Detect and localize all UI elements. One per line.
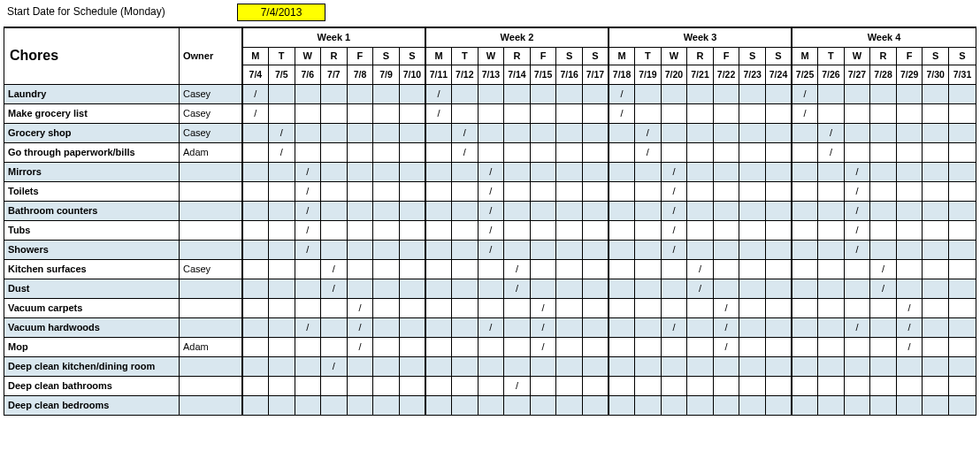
schedule-cell[interactable]: / <box>818 123 845 142</box>
schedule-cell[interactable] <box>792 201 818 220</box>
schedule-cell[interactable] <box>687 356 714 376</box>
schedule-cell[interactable] <box>870 103 897 123</box>
schedule-cell[interactable] <box>373 84 400 103</box>
schedule-cell[interactable] <box>739 395 766 415</box>
schedule-cell[interactable] <box>399 298 425 317</box>
schedule-cell[interactable] <box>425 142 452 162</box>
schedule-cell[interactable] <box>452 356 479 376</box>
schedule-cell[interactable] <box>687 123 714 142</box>
schedule-cell[interactable] <box>399 240 425 259</box>
schedule-cell[interactable] <box>687 201 714 220</box>
schedule-cell[interactable] <box>321 395 348 415</box>
schedule-cell[interactable] <box>923 162 949 181</box>
schedule-cell[interactable] <box>295 123 321 142</box>
schedule-cell[interactable] <box>347 220 373 240</box>
schedule-cell[interactable]: / <box>530 298 556 317</box>
schedule-cell[interactable]: / <box>661 240 687 259</box>
schedule-cell[interactable] <box>582 376 609 395</box>
schedule-cell[interactable] <box>268 220 295 240</box>
schedule-cell[interactable] <box>399 123 425 142</box>
schedule-cell[interactable]: / <box>870 279 897 298</box>
schedule-cell[interactable] <box>765 103 792 123</box>
schedule-cell[interactable] <box>844 298 870 317</box>
schedule-cell[interactable] <box>321 84 348 103</box>
schedule-cell[interactable] <box>844 395 870 415</box>
schedule-cell[interactable] <box>818 376 845 395</box>
schedule-cell[interactable] <box>268 395 295 415</box>
schedule-cell[interactable] <box>425 259 452 279</box>
schedule-cell[interactable] <box>687 162 714 181</box>
schedule-cell[interactable] <box>399 103 425 123</box>
schedule-cell[interactable] <box>739 103 766 123</box>
schedule-cell[interactable] <box>635 317 662 337</box>
schedule-cell[interactable] <box>242 356 269 376</box>
schedule-cell[interactable] <box>844 103 870 123</box>
schedule-cell[interactable] <box>896 162 923 181</box>
schedule-cell[interactable] <box>478 103 504 123</box>
schedule-cell[interactable]: / <box>870 259 897 279</box>
start-date-value[interactable]: 7/4/2013 <box>237 4 325 21</box>
schedule-cell[interactable] <box>949 356 976 376</box>
schedule-cell[interactable] <box>321 142 348 162</box>
schedule-cell[interactable] <box>321 123 348 142</box>
schedule-cell[interactable] <box>373 298 400 317</box>
schedule-cell[interactable] <box>949 395 976 415</box>
schedule-cell[interactable] <box>504 356 531 376</box>
schedule-cell[interactable] <box>425 162 452 181</box>
schedule-cell[interactable] <box>870 376 897 395</box>
schedule-cell[interactable] <box>635 103 662 123</box>
schedule-cell[interactable] <box>582 201 609 220</box>
schedule-cell[interactable] <box>923 317 949 337</box>
schedule-cell[interactable] <box>609 279 635 298</box>
schedule-cell[interactable]: / <box>452 123 479 142</box>
schedule-cell[interactable]: / <box>661 201 687 220</box>
schedule-cell[interactable] <box>452 337 479 356</box>
schedule-cell[interactable] <box>321 201 348 220</box>
schedule-cell[interactable] <box>870 395 897 415</box>
schedule-cell[interactable] <box>687 142 714 162</box>
schedule-cell[interactable] <box>635 298 662 317</box>
schedule-cell[interactable] <box>268 181 295 201</box>
schedule-cell[interactable] <box>504 162 531 181</box>
schedule-cell[interactable] <box>478 356 504 376</box>
schedule-cell[interactable] <box>870 240 897 259</box>
schedule-cell[interactable] <box>923 123 949 142</box>
schedule-cell[interactable]: / <box>661 162 687 181</box>
schedule-cell[interactable] <box>818 220 845 240</box>
schedule-cell[interactable] <box>452 240 479 259</box>
schedule-cell[interactable] <box>870 356 897 376</box>
schedule-cell[interactable] <box>582 317 609 337</box>
schedule-cell[interactable] <box>556 103 583 123</box>
schedule-cell[interactable]: / <box>844 220 870 240</box>
chore-owner[interactable] <box>179 298 241 317</box>
schedule-cell[interactable] <box>347 84 373 103</box>
schedule-cell[interactable] <box>530 356 556 376</box>
schedule-cell[interactable] <box>923 337 949 356</box>
chore-owner[interactable] <box>179 220 241 240</box>
schedule-cell[interactable] <box>609 356 635 376</box>
schedule-cell[interactable] <box>896 201 923 220</box>
schedule-cell[interactable] <box>635 181 662 201</box>
schedule-cell[interactable] <box>452 220 479 240</box>
schedule-cell[interactable] <box>556 279 583 298</box>
schedule-cell[interactable] <box>896 356 923 376</box>
schedule-cell[interactable] <box>556 220 583 240</box>
schedule-cell[interactable] <box>739 376 766 395</box>
schedule-cell[interactable] <box>478 298 504 317</box>
schedule-cell[interactable] <box>582 279 609 298</box>
schedule-cell[interactable] <box>765 181 792 201</box>
schedule-cell[interactable] <box>635 279 662 298</box>
chore-owner[interactable] <box>179 279 241 298</box>
schedule-cell[interactable]: / <box>635 123 662 142</box>
schedule-cell[interactable]: / <box>295 201 321 220</box>
schedule-cell[interactable] <box>321 376 348 395</box>
schedule-cell[interactable] <box>268 337 295 356</box>
schedule-cell[interactable] <box>896 142 923 162</box>
schedule-cell[interactable] <box>295 259 321 279</box>
schedule-cell[interactable] <box>609 123 635 142</box>
schedule-cell[interactable] <box>295 279 321 298</box>
schedule-cell[interactable] <box>896 220 923 240</box>
schedule-cell[interactable] <box>399 220 425 240</box>
schedule-cell[interactable] <box>425 240 452 259</box>
schedule-cell[interactable] <box>321 103 348 123</box>
